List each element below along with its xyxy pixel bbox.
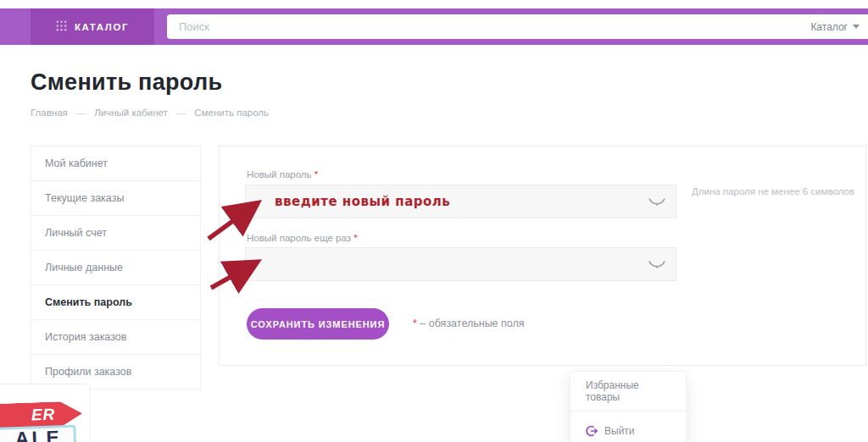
new-password-annotation-text: введите новый пароль <box>246 194 450 209</box>
eye-closed-icon[interactable] <box>648 196 665 207</box>
sale-badge-bottom-text: ALE <box>14 428 62 442</box>
sidebar-item-current-orders[interactable]: Текущие заказы <box>31 181 200 216</box>
required-fields-note: * – обязательные поля <box>413 318 525 329</box>
save-changes-button[interactable]: СОХРАНИТЬ ИЗМЕНЕНИЯ <box>247 308 389 340</box>
sidebar-item-personal-data[interactable]: Личные данные <box>31 251 200 285</box>
eye-closed-icon[interactable] <box>648 259 665 269</box>
breadcrumb: Главная — Личный кабинет — Сменить парол… <box>31 108 269 118</box>
repeat-password-label: Новый пароль еще раз * <box>247 233 358 243</box>
catalog-button-label: КАТАЛОГ <box>75 22 129 32</box>
breadcrumb-separator: — <box>76 108 86 118</box>
password-length-hint: Длина пароля не менее 6 символов <box>692 186 854 196</box>
page-title: Сменить пароль <box>31 69 222 96</box>
top-navbar: КАТАЛОГ Каталог <box>0 8 868 45</box>
search-category-dropdown[interactable]: Каталог <box>810 21 868 33</box>
search-input[interactable] <box>167 14 810 39</box>
repeat-password-field[interactable] <box>245 247 676 281</box>
sale-badge-top-text: ER <box>0 405 56 427</box>
search-bar: Каталог <box>167 14 868 39</box>
favorites-label: Избранные товары <box>586 379 670 403</box>
breadcrumb-current: Сменить пароль <box>194 108 269 118</box>
grid-icon <box>56 19 67 35</box>
account-sidebar: Мой кабинет Текущие заказы Личный счет Л… <box>31 146 201 390</box>
sale-badge-bottom[interactable]: ALE <box>0 425 77 442</box>
menu-item-logout[interactable]: Выйти <box>570 412 686 442</box>
breadcrumb-account-link[interactable]: Личный кабинет <box>94 108 168 118</box>
new-password-field[interactable]: введите новый пароль <box>245 185 676 218</box>
catalog-menu-button[interactable]: КАТАЛОГ <box>31 8 154 45</box>
required-asterisk: * <box>314 169 318 180</box>
sidebar-item-order-history[interactable]: История заказов <box>31 320 200 355</box>
account-change-password-page: КАТАЛОГ Каталог Сменить пароль Главная —… <box>0 0 868 442</box>
search-category-label: Каталог <box>810 21 848 33</box>
menu-item-favorites[interactable]: Избранные товары <box>570 372 686 411</box>
new-password-label: Новый пароль * <box>247 169 318 180</box>
change-password-form-card: Новый пароль * введите новый пароль Длин… <box>219 146 866 366</box>
sidebar-item-change-password[interactable]: Сменить пароль <box>31 285 200 320</box>
breadcrumb-separator: — <box>176 108 186 118</box>
breadcrumb-home-link[interactable]: Главная <box>31 108 68 118</box>
required-asterisk: * <box>353 233 357 243</box>
account-dropdown-menu: Избранные товары Выйти <box>570 371 687 442</box>
chevron-down-icon <box>853 25 860 29</box>
logout-icon <box>586 425 598 437</box>
logout-label: Выйти <box>604 425 635 437</box>
sidebar-item-my-cabinet[interactable]: Мой кабинет <box>31 146 200 181</box>
sidebar-item-personal-account[interactable]: Личный счет <box>31 216 200 251</box>
